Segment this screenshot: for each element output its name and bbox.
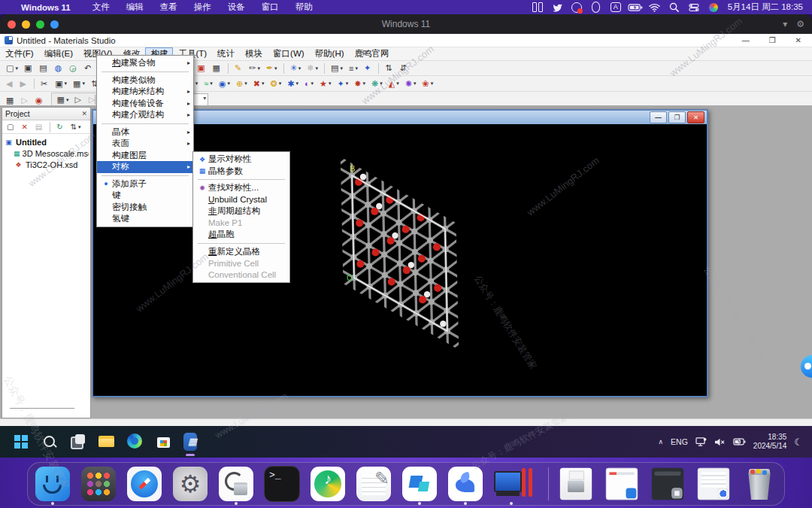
dock-safari[interactable] xyxy=(126,463,163,505)
menu-item-add-atom[interactable]: ● 添加原子 xyxy=(97,178,193,190)
menu-item-supercell[interactable]: 超晶胞 xyxy=(193,229,289,241)
tray-chevron-icon[interactable]: ∧ xyxy=(658,438,663,446)
sort-ascending-icon[interactable]: ⇅ xyxy=(383,62,395,75)
ms-menu-file[interactable]: 文件(F) xyxy=(0,47,39,60)
input-source-icon[interactable]: A xyxy=(607,2,624,14)
dock-minimized-todesk-window[interactable] xyxy=(603,463,641,505)
microsoft-store-button[interactable] xyxy=(150,430,173,453)
module-icon-15[interactable]: ❋▾ xyxy=(369,78,385,90)
menu-item-close-contact[interactable]: 密切接触 xyxy=(97,202,193,214)
symmetry-submenu-item[interactable] xyxy=(193,177,289,182)
notification-badge-icon[interactable] xyxy=(568,2,585,14)
taskbar-search-button[interactable] xyxy=(36,430,59,453)
ms-menu-luming-site[interactable]: 鹿鸣官网 xyxy=(350,47,395,60)
menubar-clock[interactable]: 5月14日 周二 18:35 xyxy=(728,2,803,13)
doc-restore-button[interactable]: ❐ xyxy=(668,111,686,123)
menu-item-build-analog[interactable]: 构建类似物 xyxy=(97,75,193,87)
ms-menu-help[interactable]: 帮助(H) xyxy=(310,47,350,60)
module-icon-10[interactable]: ✱▾ xyxy=(285,78,301,90)
panel-splitter-handle[interactable] xyxy=(10,408,74,409)
menu-item-build-transport-device[interactable]: 构建传输设备 ▸ xyxy=(97,98,193,110)
module-icon-14[interactable]: ✸▾ xyxy=(352,78,368,90)
export-icon[interactable]: ◶ xyxy=(67,62,80,75)
wifi-icon[interactable] xyxy=(647,2,663,14)
control-center-icon[interactable] xyxy=(686,2,702,14)
style-icon[interactable]: ✦ xyxy=(362,62,374,75)
input-language-indicator[interactable]: ENG xyxy=(671,437,688,446)
frame-icon[interactable]: ▦▾ xyxy=(54,94,71,106)
ms-menu-statistics[interactable]: 统计 xyxy=(212,47,240,60)
dock-qq-music[interactable] xyxy=(309,463,347,505)
copy-icon[interactable]: ▣▾ xyxy=(53,78,69,90)
dock-launchpad[interactable] xyxy=(80,463,117,505)
twitter-status-icon[interactable] xyxy=(549,2,565,14)
dock-system-settings[interactable] xyxy=(171,463,209,505)
parallels-status-icon[interactable] xyxy=(529,2,546,14)
tree-item-ti3c2-oh[interactable]: ❖ Ti3C2-OH.xsd xyxy=(4,159,89,170)
forward-icon[interactable]: ▶ xyxy=(17,78,29,90)
module-icon-9[interactable]: ❂▾ xyxy=(268,78,283,90)
module-icon-12[interactable]: ★▾ xyxy=(317,78,333,90)
start-button[interactable] xyxy=(8,430,30,453)
menu-item-build-mesostructure[interactable]: 构建介观结构 ▸ xyxy=(97,109,193,121)
sequence-icon[interactable]: ▤▾ xyxy=(329,62,345,75)
module-icon-18[interactable]: ❀▾ xyxy=(420,78,435,90)
save-icon[interactable]: ▣ xyxy=(22,62,35,75)
module-icon-13[interactable]: ✦▾ xyxy=(335,78,351,90)
menu-item-conventional-cell[interactable]: Conventional Cell xyxy=(193,269,289,281)
ms-close-button[interactable]: ✕ xyxy=(795,36,801,44)
delete-item-icon[interactable]: ✕ xyxy=(19,121,31,133)
menu-item-bond[interactable]: 键 xyxy=(97,190,193,202)
paste-icon[interactable]: ▦▾ xyxy=(71,78,87,90)
dock-minimized-document[interactable] xyxy=(557,463,595,505)
ms-menu-edit[interactable]: 编辑(E) xyxy=(39,47,78,60)
menu-item-surface[interactable]: 表面 ▸ xyxy=(97,138,193,150)
adjust-icon[interactable]: ❄▾ xyxy=(304,62,320,75)
project-tool-icon[interactable] xyxy=(50,122,50,132)
menu-item-hydrogen-bond[interactable]: 氢键 xyxy=(97,213,193,225)
tree-item-3d-mesoscale[interactable]: ▦ 3D Mesoscale.msd xyxy=(4,148,89,159)
properties-icon[interactable]: ▤ xyxy=(33,121,46,133)
dock-finder[interactable] xyxy=(34,463,71,505)
toolbar-icon[interactable] xyxy=(378,63,379,74)
macos-menu-item[interactable]: 查看 xyxy=(160,2,177,11)
build-menu-item[interactable] xyxy=(97,173,193,178)
ms-minimize-button[interactable]: — xyxy=(742,36,750,44)
module-icon-6[interactable]: ◉▾ xyxy=(217,78,232,90)
file-explorer-button[interactable] xyxy=(93,430,116,453)
ms-menu-modules[interactable]: 模块 xyxy=(240,47,268,60)
new-document-icon[interactable]: ▢▾ xyxy=(4,62,20,75)
menu-item-build-nanostructure[interactable]: 构建纳米结构 ▸ xyxy=(97,86,193,98)
menu-item-show-symmetry[interactable]: ❖ 显示对称性 xyxy=(193,154,289,166)
edge-browser-button[interactable] xyxy=(122,430,144,453)
macos-menu-item[interactable]: 文件 xyxy=(92,2,110,11)
sketch-tool-icon[interactable]: ✏▾ xyxy=(247,62,262,75)
dock-terminal[interactable] xyxy=(263,463,301,505)
dock-textedit[interactable] xyxy=(355,463,392,505)
toolbar-icon[interactable] xyxy=(283,63,284,74)
pen-tool-icon[interactable]: ✒▾ xyxy=(264,62,280,75)
dock-minimized-light-window[interactable] xyxy=(695,463,732,505)
refresh-icon[interactable]: ↻ xyxy=(54,121,66,133)
tray-battery-icon[interactable] xyxy=(733,437,746,446)
doc-minimize-button[interactable]: — xyxy=(650,111,667,123)
macos-menu-item[interactable]: 帮助 xyxy=(295,2,313,11)
vm-title-bar[interactable]: Windows 11 ▾ ⚙ xyxy=(0,14,812,34)
ms-title-bar[interactable]: Untitled - Materials Studio — ❐ ✕ xyxy=(0,34,812,47)
project-panel-close-icon[interactable]: ✕ xyxy=(81,110,87,117)
undo-icon[interactable]: ↶ xyxy=(82,62,95,75)
ms-menu-window[interactable]: 窗口(W) xyxy=(268,47,310,60)
macos-menu-item[interactable]: 设备 xyxy=(228,2,245,11)
menu-item-find-symmetry[interactable]: ✺ 查找对称性... xyxy=(193,182,289,194)
sort-descending-icon[interactable]: ⇵ xyxy=(397,62,410,75)
dock-minimized-dark-window[interactable] xyxy=(649,463,686,505)
module-icon-16[interactable]: ◭▾ xyxy=(386,78,401,90)
menu-item-make-p1[interactable]: Make P1 xyxy=(193,217,289,230)
toolbar-icon[interactable] xyxy=(228,63,229,74)
privacy-shield-icon[interactable] xyxy=(588,2,604,14)
doc-close-button[interactable]: ✕ xyxy=(687,111,704,123)
taskbar-clock[interactable]: 18:35 2024/5/14 xyxy=(753,433,787,452)
module-icon-8[interactable]: ✖▾ xyxy=(251,78,267,90)
menu-item-build-polymer[interactable]: 构建聚合物 ▸ xyxy=(97,57,193,69)
sort-items-icon[interactable]: ⇅▾ xyxy=(68,121,83,133)
